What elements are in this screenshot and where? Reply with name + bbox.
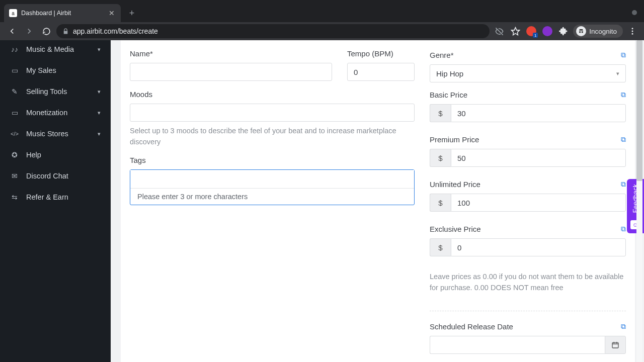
sidebar-item-label: Help xyxy=(26,151,41,159)
address-bar[interactable]: app.airbit.com/beats/create xyxy=(56,24,490,38)
chevron-down-icon: ▾ xyxy=(98,131,101,137)
svg-point-4 xyxy=(632,31,633,32)
card-icon: ▭ xyxy=(10,109,19,117)
extension-settings[interactable] xyxy=(541,25,554,38)
divider xyxy=(430,311,626,311)
svg-point-1 xyxy=(579,31,581,33)
currency-symbol: $ xyxy=(430,104,451,122)
tempo-input[interactable] xyxy=(347,63,415,81)
svg-point-2 xyxy=(582,31,584,33)
main-content: What's this? Name* Tempo (BPM) xyxy=(111,40,644,362)
wallet-icon: ▭ xyxy=(10,66,19,74)
moods-hint: Select up to 3 moods to describe the fee… xyxy=(130,126,415,148)
browser-tab-strip: a Dashboard | Airbit ✕ + xyxy=(0,0,644,22)
currency-symbol: $ xyxy=(430,238,451,256)
eye-off-icon[interactable] xyxy=(493,25,506,38)
extensions-icon[interactable] xyxy=(557,25,570,38)
sidebar-item-music-media[interactable]: ♪♪ Music & Media ▾ xyxy=(0,42,111,60)
premium-price-label: Premium Price xyxy=(430,135,479,144)
scrollbar-thumb[interactable] xyxy=(636,40,642,181)
currency-symbol: $ xyxy=(430,194,451,212)
lock-icon xyxy=(62,28,69,35)
basic-price-input[interactable] xyxy=(451,104,626,122)
tools-icon: ✎ xyxy=(10,87,19,96)
moods-label: Moods xyxy=(130,90,415,99)
sidebar-item-help[interactable]: ✪ Help xyxy=(0,144,111,165)
sidebar-item-refer[interactable]: ⇆ Refer & Earn xyxy=(0,187,111,208)
genre-label: Genre* xyxy=(430,51,454,59)
music-icon: ♪♪ xyxy=(10,45,19,53)
caret-down-icon: ▾ xyxy=(616,70,619,77)
svg-point-5 xyxy=(632,33,633,35)
tags-hint: Please enter 3 or more characters xyxy=(130,188,414,205)
sidebar: ♪♪ Music & Media ▾ ▭ My Sales ✎ Selling … xyxy=(0,40,111,362)
window-control[interactable] xyxy=(632,10,637,15)
exclusive-price-label: Exclusive Price xyxy=(430,225,481,233)
sidebar-item-label: My Sales xyxy=(26,66,56,74)
price-note: Leave prices as 0.00 if you do not want … xyxy=(430,272,626,294)
chevron-down-icon: ▾ xyxy=(98,110,101,116)
sidebar-item-selling-tools[interactable]: ✎ Selling Tools ▾ xyxy=(0,81,111,102)
sidebar-item-music-stores[interactable]: </> Music Stores ▾ xyxy=(0,123,111,144)
chat-icon: ✉ xyxy=(10,172,19,180)
close-icon[interactable]: ✕ xyxy=(108,9,116,17)
tempo-label: Tempo (BPM) xyxy=(347,49,415,58)
calendar-button[interactable] xyxy=(605,336,626,354)
copy-icon[interactable]: ⧉ xyxy=(621,225,626,233)
incognito-label: Incognito xyxy=(589,28,617,35)
copy-icon[interactable]: ⧉ xyxy=(621,51,626,59)
moods-input[interactable] xyxy=(130,104,415,122)
copy-icon[interactable]: ⧉ xyxy=(621,322,626,331)
tab-title: Dashboard | Airbit xyxy=(21,10,104,17)
sidebar-item-label: Music Stores xyxy=(26,130,68,138)
tab-favicon: a xyxy=(9,9,17,17)
share-icon: ⇆ xyxy=(10,193,19,201)
incognito-chip[interactable]: Incognito xyxy=(573,25,623,38)
reload-button[interactable] xyxy=(39,24,53,38)
sidebar-item-discord[interactable]: ✉ Discord Chat xyxy=(0,165,111,187)
sidebar-item-label: Music & Media xyxy=(26,45,74,53)
tags-combobox[interactable]: Please enter 3 or more characters xyxy=(130,169,415,205)
extension-badge[interactable] xyxy=(525,25,538,38)
genre-select[interactable]: Hip Hop ▾ xyxy=(430,64,626,82)
basic-price-label: Basic Price xyxy=(430,90,467,99)
unlimited-price-input[interactable] xyxy=(451,194,626,212)
sidebar-item-monetization[interactable]: ▭ Monetization ▾ xyxy=(0,102,111,123)
sidebar-item-my-sales[interactable]: ▭ My Sales xyxy=(0,60,111,81)
sidebar-item-label: Selling Tools xyxy=(26,87,67,96)
name-label: Name* xyxy=(130,49,332,58)
svg-point-3 xyxy=(632,28,633,29)
browser-toolbar: app.airbit.com/beats/create Incognito xyxy=(0,22,644,40)
sidebar-item-label: Refer & Earn xyxy=(26,193,68,201)
sidebar-item-label: Discord Chat xyxy=(26,172,68,180)
url-text: app.airbit.com/beats/create xyxy=(73,27,158,35)
copy-icon[interactable]: ⧉ xyxy=(621,90,626,99)
tags-label: Tags xyxy=(130,156,415,164)
back-button[interactable] xyxy=(5,24,19,38)
forward-button[interactable] xyxy=(22,24,36,38)
incognito-icon xyxy=(576,26,586,36)
scheduled-date-input[interactable] xyxy=(430,336,605,354)
unlimited-price-label: Unlimited Price xyxy=(430,180,480,189)
currency-symbol: $ xyxy=(430,149,451,167)
genre-value: Hip Hop xyxy=(436,69,463,78)
premium-price-input[interactable] xyxy=(451,149,626,167)
star-icon[interactable] xyxy=(509,25,522,38)
code-icon: </> xyxy=(10,131,19,137)
copy-icon[interactable]: ⧉ xyxy=(621,135,626,144)
menu-icon[interactable] xyxy=(626,25,639,38)
name-input[interactable] xyxy=(130,63,332,81)
tags-input[interactable] xyxy=(130,170,414,188)
new-tab-button[interactable]: + xyxy=(125,6,139,20)
help-icon: ✪ xyxy=(10,151,19,159)
exclusive-price-input[interactable] xyxy=(451,238,626,256)
svg-marker-0 xyxy=(511,27,519,35)
chevron-down-icon: ▾ xyxy=(98,88,101,95)
copy-icon[interactable]: ⧉ xyxy=(621,180,626,189)
svg-rect-6 xyxy=(612,342,618,348)
form-card: Name* Tempo (BPM) Moods Select up t xyxy=(121,40,635,362)
chevron-down-icon: ▾ xyxy=(98,46,101,53)
browser-tab[interactable]: a Dashboard | Airbit ✕ xyxy=(4,4,121,22)
scheduled-label: Scheduled Release Date xyxy=(430,322,513,331)
sidebar-item-label: Monetization xyxy=(26,109,67,117)
